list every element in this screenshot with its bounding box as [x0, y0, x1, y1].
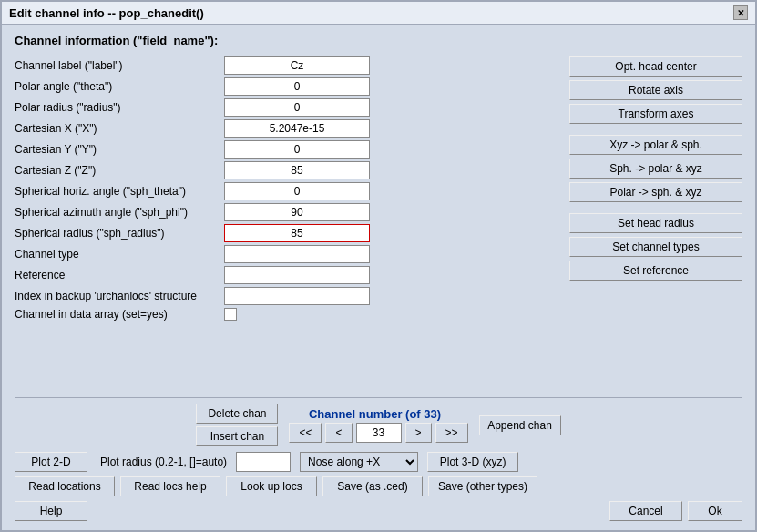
cancel-button[interactable]: Cancel: [609, 501, 682, 521]
plot-3d-button[interactable]: Plot 3-D (xyz): [427, 452, 518, 472]
field-input-chan-type[interactable]: [224, 245, 370, 263]
field-label-6: Spherical horiz. angle ("sph_theta"): [15, 185, 224, 198]
field-label-10: Reference: [15, 269, 224, 281]
field-row-sph-phi: Spherical azimuth angle ("sph_phi"): [15, 203, 560, 221]
field-label-11: Index in backup 'urchanlocs' structure: [15, 290, 224, 302]
field-row-sph-radius: Spherical radius ("sph_radius"): [15, 224, 560, 242]
field-row-chan-type: Channel type: [15, 245, 560, 263]
title-bar: Edit channel info -- pop_chanedit() ✕: [2, 2, 755, 25]
xyz-to-polar-button[interactable]: Xyz -> polar & sph.: [569, 135, 742, 155]
button-group-2: Xyz -> polar & sph. Sph. -> polar & xyz …: [569, 135, 742, 204]
field-label-5: Cartesian Z ("Z"): [15, 164, 224, 177]
plot-radius-label: Plot radius (0.2-1, []=auto): [100, 455, 227, 468]
field-label-1: Polar angle ("theta"): [15, 80, 224, 93]
field-input-x[interactable]: [224, 119, 370, 138]
next-button[interactable]: >: [405, 423, 432, 443]
look-up-locs-button[interactable]: Look up locs: [226, 476, 317, 496]
field-input-radius[interactable]: [224, 98, 370, 117]
prev-button[interactable]: <: [325, 423, 352, 443]
field-label-3: Cartesian X ("X"): [15, 122, 224, 135]
prev-prev-button[interactable]: <<: [289, 423, 322, 443]
button-group-3: Set head radius Set channel types Set re…: [569, 213, 742, 282]
delete-chan-button[interactable]: Delete chan: [196, 404, 278, 424]
field-row-reference: Reference: [15, 266, 560, 284]
field-row-sph-theta: Spherical horiz. angle ("sph_theta"): [15, 182, 560, 200]
channel-number-label: Channel number (of 33): [309, 407, 441, 421]
field-row-index: Index in backup 'urchanlocs' structure: [15, 287, 560, 305]
next-next-button[interactable]: >>: [435, 423, 468, 443]
transform-axes-button[interactable]: Transform axes: [569, 104, 742, 124]
insert-chan-button[interactable]: Insert chan: [196, 426, 278, 446]
field-input-sph-phi[interactable]: [224, 203, 370, 221]
field-label-4: Cartesian Y ("Y"): [15, 143, 224, 156]
set-channel-types-button[interactable]: Set channel types: [569, 237, 742, 257]
field-input-z[interactable]: [224, 161, 370, 179]
save-other-button[interactable]: Save (other types): [428, 476, 537, 496]
polar-to-sph-button[interactable]: Polar -> sph. & xyz: [569, 182, 742, 202]
field-input-theta[interactable]: [224, 77, 370, 96]
field-row-label: Channel label ("label"): [15, 56, 560, 75]
sph-to-polar-button[interactable]: Sph. -> polar & xyz: [569, 159, 742, 179]
set-reference-button[interactable]: Set reference: [569, 261, 742, 281]
section-title: Channel information ("field_name"):: [15, 34, 742, 47]
field-input-sph-radius[interactable]: [224, 224, 370, 242]
field-label-2: Polar radius ("radius"): [15, 101, 224, 114]
field-row-z: Cartesian Z ("Z"): [15, 161, 560, 179]
save-ced-button[interactable]: Save (as .ced): [322, 476, 423, 496]
field-label-12: Channel in data array (set=yes): [15, 308, 224, 321]
channel-number-input[interactable]: [356, 423, 402, 443]
ok-button[interactable]: Ok: [688, 501, 742, 521]
chan-data-checkbox[interactable]: [224, 308, 237, 321]
rotate-axis-button[interactable]: Rotate axis: [569, 80, 742, 100]
set-head-radius-button[interactable]: Set head radius: [569, 213, 742, 233]
read-locs-help-button[interactable]: Read locs help: [120, 476, 220, 496]
field-input-sph-theta[interactable]: [224, 182, 370, 200]
window-title: Edit channel info -- pop_chanedit(): [9, 6, 204, 20]
main-window: Edit channel info -- pop_chanedit() ✕ Ch…: [0, 0, 757, 532]
field-label-8: Spherical radius ("sph_radius"): [15, 227, 224, 240]
field-row-y: Cartesian Y ("Y"): [15, 140, 560, 159]
field-label-9: Channel type: [15, 248, 224, 261]
plot-radius-input[interactable]: [236, 452, 291, 472]
nose-select[interactable]: Nose along +X Nose along +Y Nose along -…: [300, 452, 418, 472]
field-input-y[interactable]: [224, 140, 370, 159]
help-button[interactable]: Help: [15, 501, 87, 521]
read-locations-button[interactable]: Read locations: [15, 476, 115, 496]
field-input-label[interactable]: [224, 56, 370, 75]
append-chan-button[interactable]: Append chan: [479, 415, 561, 435]
field-label-7: Spherical azimuth angle ("sph_phi"): [15, 206, 224, 219]
field-row-theta: Polar angle ("theta"): [15, 77, 560, 96]
field-row-x: Cartesian X ("X"): [15, 119, 560, 138]
plot-2d-button[interactable]: Plot 2-D: [15, 452, 87, 472]
field-row-radius: Polar radius ("radius"): [15, 98, 560, 117]
opt-head-center-button[interactable]: Opt. head center: [569, 56, 742, 77]
close-button[interactable]: ✕: [733, 5, 748, 20]
button-group-1: Opt. head center Rotate axis Transform a…: [569, 56, 742, 126]
field-input-index[interactable]: [224, 287, 370, 305]
field-input-reference[interactable]: [224, 266, 370, 284]
field-row-chan-data: Channel in data array (set=yes): [15, 308, 560, 321]
field-label-0: Channel label ("label"): [15, 59, 224, 72]
